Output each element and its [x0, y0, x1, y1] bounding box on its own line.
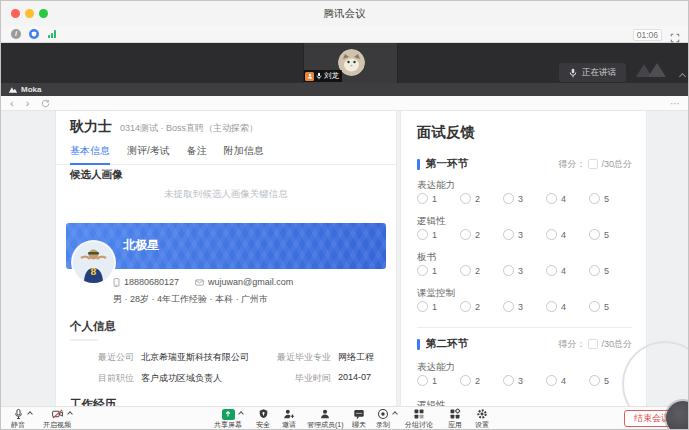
tab-assessment[interactable]: 测评/考试: [127, 141, 170, 165]
rating-radio[interactable]: 1: [417, 375, 460, 386]
svg-text:8: 8: [90, 267, 96, 277]
mic-on-icon: [316, 72, 322, 80]
score-input[interactable]: [588, 339, 598, 349]
resume-email: wujuwan@gmail.com: [208, 277, 293, 287]
rating-scale: 12345: [417, 193, 632, 204]
settings-button[interactable]: 设置: [475, 408, 489, 429]
rating-radio[interactable]: 4: [546, 229, 589, 240]
rating-radio[interactable]: 5: [589, 265, 632, 276]
portrait-empty-text: 未提取到候选人画像关键信息: [56, 188, 396, 201]
refresh-icon[interactable]: [41, 99, 50, 108]
gear-icon: [476, 408, 488, 420]
invite-button[interactable]: 邀请: [282, 408, 296, 429]
resume-contact-row: 18880680127 wujuwan@gmail.com: [113, 277, 293, 287]
collapse-strip-icon[interactable]: [679, 73, 686, 80]
chevron-up-icon[interactable]: [67, 411, 73, 417]
tab-extra-info[interactable]: 附加信息: [224, 141, 264, 165]
rating-radio[interactable]: 2: [460, 265, 503, 276]
candidate-name: 耿力士: [70, 118, 112, 136]
radio-circle-icon: [589, 229, 600, 240]
feedback-title: 面试反馈: [417, 123, 475, 142]
rating-radio[interactable]: 3: [503, 229, 546, 240]
candidate-header: 耿力士 0314测试 · Boss直聘（主动探索）: [70, 118, 258, 136]
chat-button[interactable]: 聊天: [352, 408, 366, 429]
field-value: 2014-07: [338, 372, 371, 385]
forward-icon[interactable]: ›: [26, 97, 30, 110]
start-video-button[interactable]: 开启视频: [43, 408, 71, 429]
rating-radio[interactable]: 2: [460, 229, 503, 240]
radio-circle-icon: [503, 193, 514, 204]
rating-radio[interactable]: 4: [546, 265, 589, 276]
radio-circle-icon: [503, 265, 514, 276]
radio-circle-icon: [460, 375, 471, 386]
rating-radio[interactable]: 1: [417, 301, 460, 312]
rating-radio[interactable]: 5: [589, 301, 632, 312]
rating-radio[interactable]: 1: [417, 229, 460, 240]
chevron-up-icon[interactable]: [27, 411, 33, 417]
members-icon: [319, 408, 331, 420]
mute-button[interactable]: 静音: [11, 408, 25, 429]
personal-info-row: 最近公司 北京希瑞亚斯科技有限公司 最近毕业专业 网络工程: [70, 351, 392, 364]
radio-circle-icon: [417, 193, 428, 204]
chevron-up-icon[interactable]: [238, 411, 244, 417]
rating-radio[interactable]: 4: [546, 375, 589, 386]
rating-radio[interactable]: 4: [546, 301, 589, 312]
criterion-label: 表达能力: [417, 361, 455, 374]
meeting-security-icon[interactable]: [29, 29, 39, 39]
meeting-toolbar: 静音 开启视频 共享屏幕: [1, 406, 688, 429]
rating-radio[interactable]: 2: [460, 301, 503, 312]
radio-circle-icon: [460, 193, 471, 204]
rating-radio[interactable]: 1: [417, 265, 460, 276]
radio-circle-icon: [503, 301, 514, 312]
chevron-up-icon[interactable]: [392, 411, 398, 417]
rating-scale: 12345: [417, 229, 632, 240]
rating-radio[interactable]: 2: [460, 375, 503, 386]
participant-avatar: [338, 49, 365, 76]
participant-video-tile[interactable]: 刘龙: [303, 43, 398, 83]
window-title: 腾讯会议: [1, 1, 688, 26]
score-input[interactable]: [588, 159, 598, 169]
tab-basic-info[interactable]: 基本信息: [70, 141, 110, 165]
share-screen-button[interactable]: 共享屏幕: [214, 408, 242, 429]
candidate-source: 0314测试 · Boss直聘（主动探索）: [120, 122, 258, 135]
moka-nav-bar: ‹ › ⋯: [1, 96, 688, 111]
meeting-info-icon[interactable]: i: [11, 29, 21, 39]
tab-notes[interactable]: 备注: [187, 141, 207, 165]
security-button[interactable]: 安全: [256, 408, 270, 429]
rating-radio[interactable]: 3: [503, 301, 546, 312]
mic-icon: [13, 408, 24, 420]
field-label: 目前职位: [70, 372, 134, 385]
share-screen-icon: [222, 409, 235, 420]
candidate-panel: 耿力士 0314测试 · Boss直聘（主动探索） 基本信息 测评/考试 备注 …: [56, 111, 396, 409]
field-value: 北京希瑞亚斯科技有限公司: [141, 351, 267, 364]
host-badge-icon: [305, 72, 314, 81]
email-icon: [195, 279, 204, 286]
rating-radio[interactable]: 4: [546, 193, 589, 204]
shield-icon: [258, 408, 269, 420]
radio-circle-icon: [417, 265, 428, 276]
more-icon[interactable]: ⋯: [670, 97, 680, 110]
rating-radio[interactable]: 3: [503, 265, 546, 276]
network-signal-icon: [48, 30, 56, 38]
score-label: 得分：: [558, 158, 585, 171]
radio-circle-icon: [589, 265, 600, 276]
back-icon[interactable]: ‹: [10, 97, 14, 110]
score-total: /30总分: [601, 338, 632, 351]
apps-button[interactable]: 应用: [448, 408, 462, 429]
field-label: 最近公司: [70, 351, 134, 364]
rating-radio[interactable]: 5: [589, 193, 632, 204]
criterion-label: 逻辑性: [417, 215, 446, 228]
rating-radio[interactable]: 3: [503, 375, 546, 386]
rating-radio[interactable]: 2: [460, 193, 503, 204]
breakout-rooms-button[interactable]: 分组讨论: [405, 408, 433, 429]
record-button[interactable]: 录制: [376, 408, 390, 429]
titlebar: 腾讯会议: [1, 1, 688, 26]
radio-circle-icon: [460, 229, 471, 240]
rating-radio[interactable]: 1: [417, 193, 460, 204]
criterion-label: 表达能力: [417, 179, 455, 192]
rating-radio[interactable]: 5: [589, 229, 632, 240]
section-name: 第二环节: [426, 337, 468, 351]
members-button[interactable]: 管理成员(1): [307, 408, 344, 429]
radio-circle-icon: [589, 193, 600, 204]
rating-radio[interactable]: 3: [503, 193, 546, 204]
